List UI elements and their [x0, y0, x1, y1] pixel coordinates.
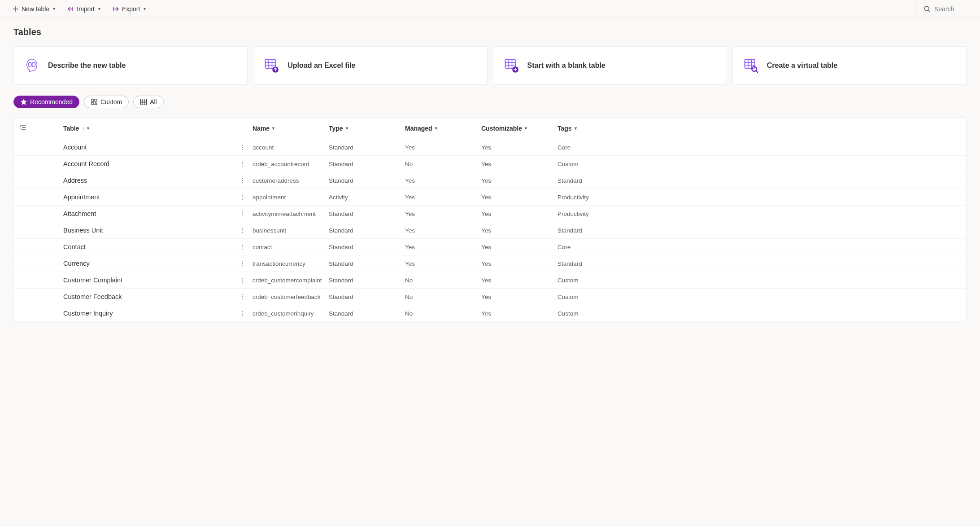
svg-point-0	[924, 6, 929, 11]
export-label: Export	[122, 5, 140, 13]
tables-grid: Table ↑ ▾ Name ▾ Type	[13, 117, 967, 322]
cell-tags: Custom	[552, 272, 966, 289]
cell-tags: Standard	[552, 255, 966, 272]
cell-type: Standard	[323, 239, 400, 255]
chevron-down-icon: ▾	[575, 126, 577, 131]
col-header-customizable[interactable]: Customizable ▾	[476, 118, 552, 139]
table-row[interactable]: Currency ⋮ transactioncurrency Standard …	[14, 255, 966, 272]
card-blank-table[interactable]: Start with a blank table	[493, 46, 727, 85]
cell-tags: Standard	[552, 222, 966, 239]
chevron-down-icon: ▾	[272, 126, 274, 131]
more-actions-icon[interactable]: ⋮	[239, 144, 245, 151]
table-row[interactable]: Contact ⋮ contact Standard Yes Yes Core	[14, 239, 966, 255]
grid-icon	[140, 98, 147, 105]
more-actions-icon[interactable]: ⋮	[239, 177, 245, 184]
more-actions-icon[interactable]: ⋮	[239, 277, 245, 284]
copilot-icon	[24, 57, 40, 74]
col-header-name[interactable]: Name ▾	[247, 118, 323, 139]
chevron-down-icon: ▾	[144, 6, 146, 11]
export-button[interactable]: Export ▾	[109, 4, 148, 14]
cell-table-display: Address	[41, 172, 234, 189]
card-title: Create a virtual table	[767, 61, 837, 70]
col-header-tags[interactable]: Tags ▾	[552, 118, 966, 139]
cell-name: crdeb_accountrecord	[247, 156, 323, 172]
table-row[interactable]: Business Unit ⋮ businessunit Standard Ye…	[14, 222, 966, 239]
cell-table-display: Account Record	[41, 156, 234, 172]
cell-name: account	[247, 139, 323, 156]
import-button[interactable]: Import ▾	[64, 4, 103, 14]
cell-name: transactioncurrency	[247, 255, 323, 272]
cell-customizable: Yes	[476, 206, 552, 222]
new-table-button[interactable]: New table ▾	[10, 4, 58, 14]
more-actions-icon[interactable]: ⋮	[239, 310, 245, 317]
cell-name: appointment	[247, 189, 323, 206]
plus-icon	[13, 6, 19, 12]
cell-table-display: Business Unit	[41, 222, 234, 239]
cell-customizable: Yes	[476, 305, 552, 322]
cell-customizable: Yes	[476, 172, 552, 189]
cell-name: contact	[247, 239, 323, 255]
table-row[interactable]: Customer Complaint ⋮ crdeb_customercompl…	[14, 272, 966, 289]
cell-table-display: Currency	[41, 255, 234, 272]
col-header-type[interactable]: Type ▾	[323, 118, 400, 139]
import-label: Import	[77, 5, 95, 13]
search-box[interactable]	[915, 0, 970, 18]
card-virtual-table[interactable]: Create a virtual table	[732, 46, 967, 85]
cell-table-display: Customer Complaint	[41, 272, 234, 289]
table-row[interactable]: Customer Feedback ⋮ crdeb_customerfeedba…	[14, 289, 966, 305]
cell-name: customeraddress	[247, 172, 323, 189]
cell-name: activitymimeattachment	[247, 206, 323, 222]
cell-tags: Core	[552, 139, 966, 156]
table-search-icon	[743, 57, 759, 74]
table-row[interactable]: Account ⋮ account Standard Yes Yes Core	[14, 139, 966, 156]
more-actions-icon[interactable]: ⋮	[239, 161, 245, 167]
table-add-icon	[503, 57, 519, 74]
col-header-table[interactable]: Table ↑ ▾	[41, 118, 234, 139]
pill-all[interactable]: All	[133, 96, 164, 108]
cell-managed: Yes	[400, 189, 476, 206]
table-row[interactable]: Account Record ⋮ crdeb_accountrecord Sta…	[14, 156, 966, 172]
col-header-label: Tags	[558, 125, 572, 132]
more-actions-icon[interactable]: ⋮	[239, 227, 245, 234]
new-table-label: New table	[22, 5, 49, 13]
card-upload-excel[interactable]: Upload an Excel file	[253, 46, 487, 85]
pill-recommended[interactable]: Recommended	[13, 96, 79, 108]
grid-custom-icon	[91, 98, 98, 105]
cell-type: Standard	[323, 255, 400, 272]
chevron-down-icon: ▾	[525, 126, 527, 131]
table-row[interactable]: Attachment ⋮ activitymimeattachment Stan…	[14, 206, 966, 222]
pill-label: Custom	[100, 98, 122, 105]
cell-customizable: Yes	[476, 272, 552, 289]
col-header-managed[interactable]: Managed ▾	[400, 118, 476, 139]
cell-managed: Yes	[400, 239, 476, 255]
cell-type: Standard	[323, 172, 400, 189]
table-row[interactable]: Address ⋮ customeraddress Standard Yes Y…	[14, 172, 966, 189]
star-icon	[20, 98, 27, 105]
svg-point-6	[752, 66, 757, 71]
more-actions-icon[interactable]: ⋮	[239, 244, 245, 250]
search-input[interactable]	[934, 5, 970, 13]
cell-customizable: Yes	[476, 156, 552, 172]
cell-customizable: Yes	[476, 222, 552, 239]
chevron-down-icon: ▾	[53, 6, 55, 11]
cell-table-display: Attachment	[41, 206, 234, 222]
col-header-rownum[interactable]	[14, 118, 41, 139]
cell-name: crdeb_customerinquiry	[247, 305, 323, 322]
more-actions-icon[interactable]: ⋮	[239, 211, 245, 217]
page-content: Tables Describe the new table Upload an …	[0, 18, 980, 331]
pill-custom[interactable]: Custom	[84, 96, 129, 108]
cell-managed: Yes	[400, 172, 476, 189]
more-actions-icon[interactable]: ⋮	[239, 260, 245, 267]
chevron-down-icon: ▾	[346, 126, 348, 131]
more-actions-icon[interactable]: ⋮	[239, 194, 245, 201]
cell-tags: Core	[552, 239, 966, 255]
card-describe-table[interactable]: Describe the new table	[13, 46, 248, 85]
table-row[interactable]: Appointment ⋮ appointment Activity Yes Y…	[14, 189, 966, 206]
cell-type: Standard	[323, 289, 400, 305]
cell-tags: Productivity	[552, 206, 966, 222]
col-header-label: Type	[329, 125, 343, 132]
more-actions-icon[interactable]: ⋮	[239, 294, 245, 300]
table-row[interactable]: Customer Inquiry ⋮ crdeb_customerinquiry…	[14, 305, 966, 322]
cell-managed: No	[400, 272, 476, 289]
sort-ascending-icon: ↑	[82, 126, 85, 131]
